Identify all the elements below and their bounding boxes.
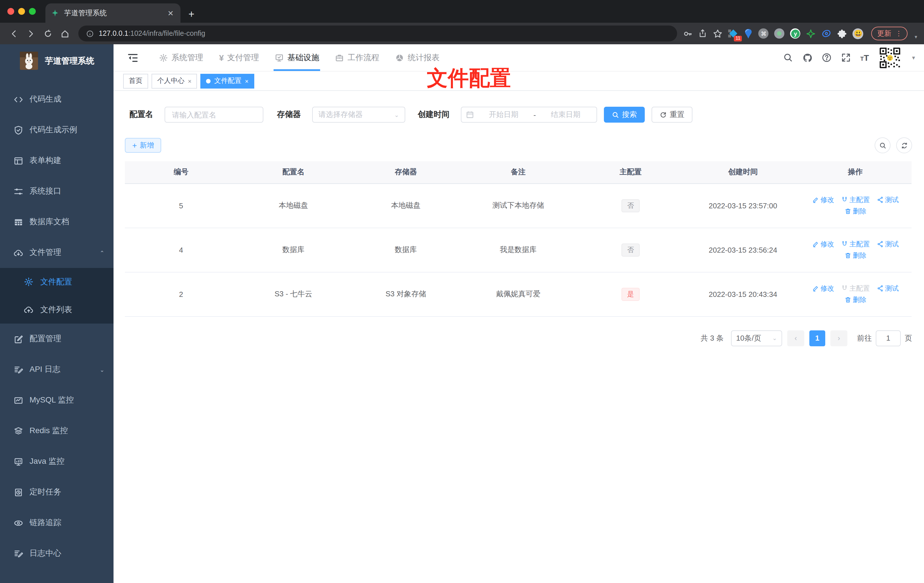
search-icon[interactable] xyxy=(783,53,793,63)
test-link[interactable]: 测试 xyxy=(876,284,899,293)
help-icon[interactable] xyxy=(822,53,832,63)
home-icon[interactable] xyxy=(57,29,73,38)
toolbar-caret-icon[interactable]: ▾ xyxy=(915,34,917,40)
tag-home[interactable]: 首页 xyxy=(123,74,148,88)
puzzle-icon[interactable] xyxy=(837,29,847,38)
close-icon[interactable]: × xyxy=(245,78,249,84)
edit-link[interactable]: 修改 xyxy=(812,239,834,249)
refresh-button[interactable] xyxy=(896,137,912,153)
sidebar-item-code-gen-demo[interactable]: 代码生成示例 xyxy=(0,115,114,145)
page-number-1[interactable]: 1 xyxy=(809,330,825,346)
next-page-button[interactable]: › xyxy=(830,330,847,346)
date-end-placeholder[interactable]: 结束日期 xyxy=(539,109,592,120)
tag-profile[interactable]: 个人中心 × xyxy=(152,74,197,88)
site-info-icon[interactable] xyxy=(86,30,94,37)
edit-link[interactable]: 修改 xyxy=(812,195,834,205)
name-filter-input[interactable] xyxy=(171,110,257,119)
share-icon[interactable] xyxy=(698,29,708,38)
test-link[interactable]: 测试 xyxy=(876,239,899,249)
sidebar-item-db-doc[interactable]: 数据库文档 xyxy=(0,206,114,237)
edit-link[interactable]: 修改 xyxy=(812,284,834,293)
sidebar-item-cron-job[interactable]: 定时任务 xyxy=(0,477,114,507)
url-host: 127.0.0.1 xyxy=(99,30,128,38)
sidebar-item-mysql-monitor[interactable]: MySQL 监控 xyxy=(0,385,114,416)
sidebar-item-file-config[interactable]: 文件配置 xyxy=(0,268,114,296)
topnav-system[interactable]: 系统管理 xyxy=(158,44,204,71)
recorder-icon[interactable] xyxy=(774,28,785,39)
table-row: 2 S3 - 七牛云 S3 对象存储 戴佩妮真可爱 是 2022-03-15 2… xyxy=(125,272,911,316)
sidebar-item-log-center[interactable]: 日志中心 xyxy=(0,538,114,569)
sidebar-item-api-log[interactable]: API 日志 ⌄ xyxy=(0,354,114,385)
topnav-infra[interactable]: 基础设施 xyxy=(274,44,320,71)
command-icon[interactable]: ⌘ xyxy=(759,28,769,39)
sidebar-item-config-manage[interactable]: 配置管理 xyxy=(0,324,114,354)
gear-icon xyxy=(159,53,168,62)
reload-icon[interactable] xyxy=(40,29,56,38)
close-icon[interactable]: × xyxy=(188,78,191,84)
search-button[interactable]: 搜索 xyxy=(604,107,645,122)
back-icon[interactable] xyxy=(6,29,21,38)
tag-file-config[interactable]: 文件配置 × xyxy=(201,74,254,88)
goto-page-input[interactable] xyxy=(876,330,901,346)
avatar[interactable] xyxy=(879,46,901,69)
pagination-goto: 前往 页 xyxy=(857,330,912,346)
password-key-icon[interactable] xyxy=(683,29,693,38)
sidebar-submenu-file: 文件配置 文件列表 xyxy=(0,268,114,324)
star-extension-icon[interactable] xyxy=(806,29,816,38)
col-master: 主配置 xyxy=(574,161,687,183)
monitor-icon xyxy=(13,457,23,466)
browser-tab[interactable]: 芋道管理系统 ✕ xyxy=(45,3,180,23)
toggle-search-button[interactable] xyxy=(874,137,891,153)
delete-link[interactable]: 删除 xyxy=(844,206,866,216)
forward-icon[interactable] xyxy=(23,29,39,38)
sidebar-item-trace[interactable]: 链路追踪 xyxy=(0,507,114,538)
github-icon[interactable] xyxy=(802,53,812,63)
tab-close-icon[interactable]: ✕ xyxy=(166,9,175,17)
profile-emoji-icon[interactable]: 😃 xyxy=(853,28,863,39)
bookmark-star-icon[interactable] xyxy=(713,29,723,38)
pinned-widget-icon[interactable]: 11 xyxy=(728,28,739,39)
date-start-placeholder[interactable]: 开始日期 xyxy=(477,109,530,120)
traffic-minimize-button[interactable] xyxy=(18,8,25,15)
topnav-workflow[interactable]: 工作流程 xyxy=(334,44,381,71)
new-tab-button[interactable]: + xyxy=(188,9,195,19)
topnav-pay[interactable]: ¥ 支付管理 xyxy=(218,44,260,71)
prev-page-button[interactable]: ‹ xyxy=(787,330,804,346)
sidebar-item-file-manage[interactable]: 文件管理 ⌃ xyxy=(0,237,114,268)
browser-menu-icon[interactable]: ⋮ xyxy=(895,30,902,38)
table-toolbar: + 新增 xyxy=(125,137,912,153)
master-link[interactable]: 主配置 xyxy=(841,195,870,205)
traffic-close-button[interactable] xyxy=(7,8,14,15)
page-size-select[interactable]: 10条/页 ⌄ xyxy=(731,330,782,346)
sidebar-item-system-api[interactable]: 系统接口 xyxy=(0,176,114,206)
gear-icon xyxy=(24,277,33,287)
add-button[interactable]: + 新增 xyxy=(125,138,161,153)
fullscreen-icon[interactable] xyxy=(841,53,851,63)
url-bar[interactable]: 127.0.0.1:1024/infra/file/file-config xyxy=(78,26,677,41)
y-extension-icon[interactable]: y xyxy=(790,28,800,39)
delete-link[interactable]: 删除 xyxy=(844,251,866,260)
pin-icon[interactable] xyxy=(744,29,753,38)
date-range-picker[interactable]: 开始日期 - 结束日期 xyxy=(461,107,597,122)
log-icon xyxy=(13,549,23,558)
sidebar-logo-row[interactable]: 芋道管理系统 xyxy=(0,46,114,75)
caret-down-icon[interactable]: ▼ xyxy=(911,55,916,61)
sidebar-item-file-list[interactable]: 文件列表 xyxy=(0,296,114,324)
reset-button[interactable]: 重置 xyxy=(652,107,693,122)
font-size-icon[interactable]: TT xyxy=(860,53,869,62)
sidebar-item-redis-monitor[interactable]: Redis 监控 xyxy=(0,416,114,446)
date-filter-label: 创建时间 xyxy=(418,109,449,120)
sidebar-item-code-gen[interactable]: 代码生成 xyxy=(0,84,114,115)
traffic-zoom-button[interactable] xyxy=(29,8,36,15)
collapse-sidebar-icon[interactable] xyxy=(127,52,139,63)
name-filter-field[interactable] xyxy=(165,107,263,122)
sidebar-item-form-builder[interactable]: 表单构建 xyxy=(0,145,114,176)
sidebar-item-java-monitor[interactable]: Java 监控 xyxy=(0,446,114,477)
browser-update-button[interactable]: 更新 ⋮ xyxy=(871,27,908,40)
master-link[interactable]: 主配置 xyxy=(841,239,870,249)
test-link[interactable]: 测试 xyxy=(876,195,899,205)
eye-extension-icon[interactable] xyxy=(822,28,832,39)
storage-filter-select[interactable]: 请选择存储器 ⌄ xyxy=(312,107,405,122)
sidebar-menu: 代码生成 代码生成示例 表单构建 系统接口 数据库文档 xyxy=(0,84,114,569)
delete-link[interactable]: 删除 xyxy=(844,295,866,305)
